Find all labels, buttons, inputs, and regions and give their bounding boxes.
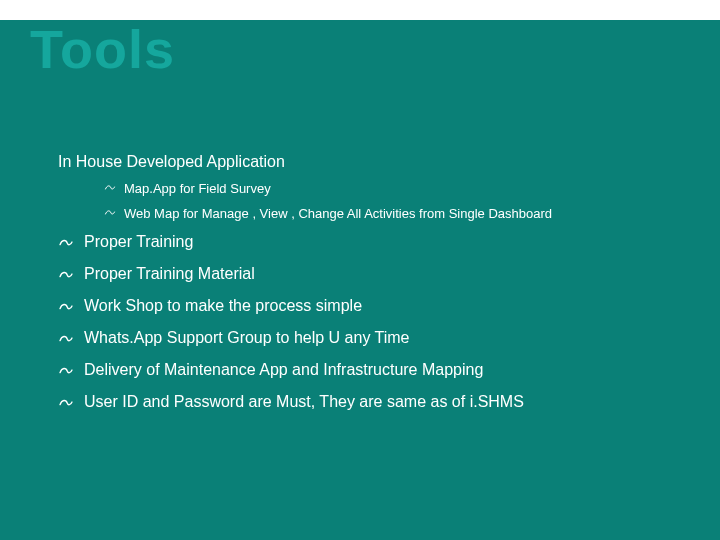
flourish-icon — [58, 329, 74, 346]
flourish-icon — [58, 393, 74, 410]
list-item-label: Delivery of Maintenance App and Infrastr… — [84, 361, 688, 379]
flourish-icon — [58, 297, 74, 314]
list-item-label: Web Map for Manage , View , Change All A… — [124, 206, 688, 221]
list-item-label: Work Shop to make the process simple — [84, 297, 688, 315]
slide: Tools In House Developed Application Map… — [0, 0, 720, 540]
list-item-label: Map.App for Field Survey — [124, 181, 688, 196]
slide-title: Tools — [30, 18, 175, 80]
flourish-icon — [104, 181, 116, 193]
list-item-label: Proper Training — [84, 233, 688, 251]
list-item: Web Map for Manage , View , Change All A… — [104, 206, 688, 221]
content-area: In House Developed Application Map.App f… — [58, 153, 688, 411]
flourish-icon — [104, 206, 116, 218]
main-list: Proper Training Proper Training Material — [58, 233, 688, 411]
slide-body: In House Developed Application Map.App f… — [0, 135, 720, 540]
list-item-label: Whats.App Support Group to help U any Ti… — [84, 329, 688, 347]
list-item-label: User ID and Password are Must, They are … — [84, 393, 688, 411]
list-item: User ID and Password are Must, They are … — [58, 393, 688, 411]
list-item: Proper Training Material — [58, 265, 688, 283]
sub-list: Map.App for Field Survey Web Map for Man… — [104, 181, 688, 221]
list-item: Delivery of Maintenance App and Infrastr… — [58, 361, 688, 379]
list-item-label: Proper Training Material — [84, 265, 688, 283]
flourish-icon — [58, 233, 74, 250]
flourish-icon — [58, 361, 74, 378]
flourish-icon — [58, 265, 74, 282]
list-item: Whats.App Support Group to help U any Ti… — [58, 329, 688, 347]
list-item: Map.App for Field Survey — [104, 181, 688, 196]
list-item: Work Shop to make the process simple — [58, 297, 688, 315]
list-item: Proper Training — [58, 233, 688, 251]
intro-text: In House Developed Application — [58, 153, 688, 171]
